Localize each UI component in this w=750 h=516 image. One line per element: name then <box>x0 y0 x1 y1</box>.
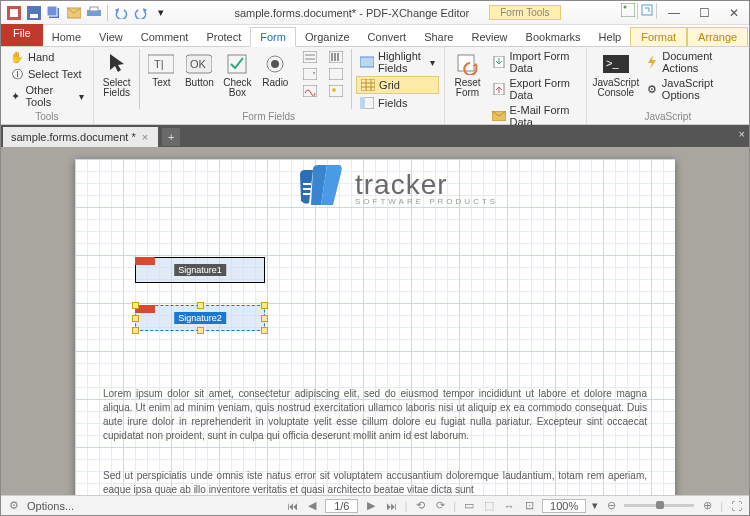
more-fields-3[interactable] <box>299 83 321 99</box>
prev-page-icon[interactable]: ◀ <box>305 499 319 513</box>
svg-rect-28 <box>329 68 343 80</box>
zoom-actual-icon[interactable]: ▭ <box>462 499 476 513</box>
signature-field-2[interactable]: Signature2 <box>135 305 265 331</box>
zoom-select-icon[interactable]: ⊡ <box>522 499 536 513</box>
more-fields-2[interactable] <box>299 66 321 82</box>
tab-help[interactable]: Help <box>590 28 631 46</box>
select-text-tool[interactable]: ⒾSelect Text <box>6 66 88 82</box>
zoom-out-icon[interactable]: ⊖ <box>604 499 618 513</box>
close-button[interactable]: ✕ <box>719 3 749 23</box>
tab-organize[interactable]: Organize <box>296 28 359 46</box>
text-field-button[interactable]: T|Text <box>143 49 179 90</box>
js-console-button[interactable]: >_JavaScript Console <box>592 49 640 100</box>
more-fields-5[interactable] <box>325 66 347 82</box>
zoom-slider[interactable] <box>624 504 694 507</box>
redo-icon[interactable] <box>132 4 150 22</box>
button-field-button[interactable]: OKButton <box>181 49 217 90</box>
select-fields-button[interactable]: Select Fields <box>99 49 135 100</box>
js-options-button[interactable]: ⚙JavaScript Options <box>642 76 744 102</box>
tab-share[interactable]: Share <box>415 28 462 46</box>
tab-protect[interactable]: Protect <box>197 28 250 46</box>
resize-handle[interactable] <box>132 327 139 334</box>
more-fields-6[interactable] <box>325 83 347 99</box>
save-multi-icon[interactable] <box>45 4 63 22</box>
more-fields-1[interactable] <box>299 49 321 65</box>
close-tab-icon[interactable]: × <box>142 131 148 143</box>
svg-rect-9 <box>621 3 635 17</box>
tab-format[interactable]: Format <box>630 27 687 46</box>
document-tab[interactable]: sample.forms.document *× <box>3 127 158 147</box>
tab-home[interactable]: Home <box>43 28 90 46</box>
document-actions-button[interactable]: Document Actions <box>642 49 744 75</box>
resize-handle[interactable] <box>261 302 268 309</box>
logo-icon <box>295 165 345 209</box>
page[interactable]: tracker SOFTWARE PRODUCTS Signature1 Sig… <box>75 159 675 497</box>
minimize-button[interactable]: — <box>659 3 689 23</box>
barcode-icon <box>329 50 343 64</box>
last-page-icon[interactable]: ⏭ <box>384 499 398 513</box>
zoom-in-icon[interactable]: ⊕ <box>700 499 714 513</box>
undo-icon[interactable] <box>112 4 130 22</box>
resize-handle[interactable] <box>261 315 268 322</box>
signature-field-1[interactable]: Signature1 <box>135 257 265 283</box>
svg-rect-5 <box>47 6 57 16</box>
first-page-icon[interactable]: ⏮ <box>285 499 299 513</box>
new-tab-button[interactable]: + <box>162 128 180 146</box>
resize-handle[interactable] <box>132 315 139 322</box>
zoom-fit-icon[interactable]: ⬚ <box>482 499 496 513</box>
mail-icon[interactable] <box>65 4 83 22</box>
page-number[interactable]: 1/6 <box>325 499 358 513</box>
ribbon-tabs: File Home View Comment Protect Form Orga… <box>1 25 749 47</box>
app-icon[interactable] <box>5 4 23 22</box>
checkbox-field-button[interactable]: Check Box <box>219 49 255 100</box>
nav-back-icon[interactable]: ⟲ <box>413 499 427 513</box>
tab-form[interactable]: Form <box>250 27 296 47</box>
next-page-icon[interactable]: ▶ <box>364 499 378 513</box>
svg-point-10 <box>624 5 627 8</box>
print-icon[interactable] <box>85 4 103 22</box>
import-form-data-button[interactable]: Import Form Data <box>488 49 581 75</box>
fullscreen-icon[interactable]: ⛶ <box>729 499 743 513</box>
dropdown-icon <box>303 67 317 81</box>
grid-button[interactable]: Grid <box>356 76 438 94</box>
tab-view[interactable]: View <box>90 28 132 46</box>
hand-tool[interactable]: ✋Hand <box>6 49 88 65</box>
maximize-button[interactable]: ☐ <box>689 3 719 23</box>
options-button[interactable]: Options... <box>27 500 74 512</box>
resize-handle[interactable] <box>132 302 139 309</box>
file-tab[interactable]: File <box>1 24 43 46</box>
ui-settings-icon[interactable] <box>621 3 635 23</box>
reset-form-button[interactable]: Reset Form <box>450 49 486 100</box>
qat-dropdown-icon[interactable]: ▾ <box>152 4 170 22</box>
resize-handle[interactable] <box>197 302 204 309</box>
tab-bookmarks[interactable]: Bookmarks <box>517 28 590 46</box>
resize-handle[interactable] <box>261 327 268 334</box>
options-icon[interactable]: ⚙ <box>7 499 21 513</box>
tab-comment[interactable]: Comment <box>132 28 198 46</box>
window-title: sample.forms.document* - PDF-XChange Edi… <box>234 7 469 19</box>
svg-rect-24 <box>329 51 343 63</box>
tab-arrange[interactable]: Arrange <box>687 27 748 46</box>
save-icon[interactable] <box>25 4 43 22</box>
nav-fwd-icon[interactable]: ⟳ <box>433 499 447 513</box>
other-tools[interactable]: ✦Other Tools ▾ <box>6 83 88 109</box>
export-form-data-button[interactable]: Export Form Data <box>488 76 581 102</box>
highlight-fields-button[interactable]: Highlight Fields ▾ <box>356 49 438 75</box>
more-fields-4[interactable] <box>325 49 347 65</box>
resize-handle[interactable] <box>197 327 204 334</box>
zoom-value[interactable]: 100% <box>542 499 586 513</box>
launch-icon[interactable] <box>640 3 654 23</box>
tab-convert[interactable]: Convert <box>359 28 416 46</box>
label: Fields <box>378 97 407 109</box>
radio-field-button[interactable]: Radio <box>257 49 293 90</box>
link-field-icon <box>329 67 343 81</box>
zoom-dropdown-icon[interactable]: ▾ <box>592 499 598 512</box>
tab-review[interactable]: Review <box>462 28 516 46</box>
svg-rect-47 <box>303 193 311 195</box>
label: Document Actions <box>662 50 740 74</box>
fields-pane-button[interactable]: Fields <box>356 95 438 111</box>
zoom-width-icon[interactable]: ↔ <box>502 499 516 513</box>
close-all-tabs-icon[interactable]: × <box>739 128 745 140</box>
svg-rect-29 <box>329 85 343 97</box>
svg-text:>_: >_ <box>606 57 619 69</box>
